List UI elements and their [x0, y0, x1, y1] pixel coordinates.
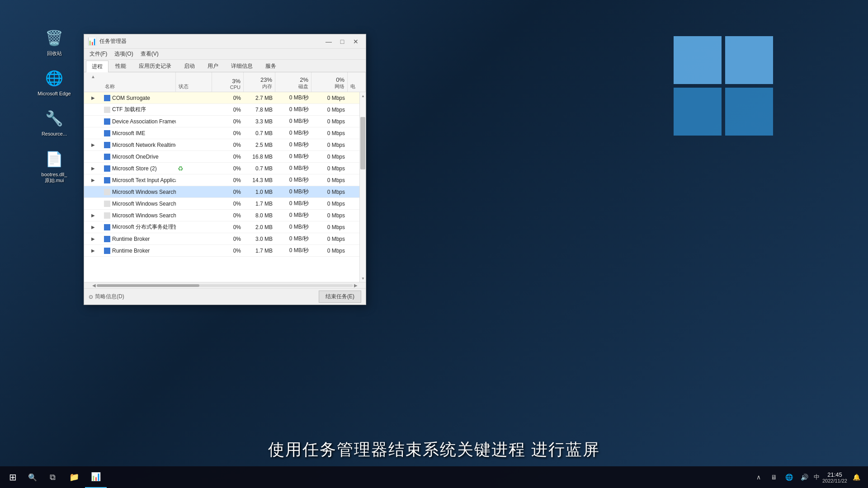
table-row[interactable]: ▶ Runtime Broker 0% 3.0 MB 0 MB/秒 0 Mbps	[84, 233, 366, 245]
close-button[interactable]: ✕	[349, 37, 362, 47]
tab-app-history[interactable]: 应用历史记录	[133, 60, 177, 72]
scroll-thumb[interactable]	[360, 117, 365, 169]
process-name: Microsoft Store (2)	[102, 165, 176, 172]
subtitle: 使用任务管理器结束系统关键进程 进行蓝屏	[0, 439, 868, 461]
menu-view[interactable]: 查看(V)	[137, 49, 162, 59]
table-row[interactable]: ▶ Microsoft 分布式事务处理协调... 0% 2.0 MB 0 MB/…	[84, 221, 366, 233]
expand-arrow[interactable]: ▶	[84, 178, 102, 183]
process-icon	[104, 201, 110, 207]
process-name: Runtime Broker	[102, 236, 176, 242]
end-task-button[interactable]: 结束任务(E)	[319, 291, 361, 303]
process-name: Microsoft Windows Search F...	[102, 189, 176, 195]
table-row[interactable]: ▶ Runtime Broker 0% 1.7 MB 0 MB/秒 0 Mbps	[84, 245, 366, 257]
tab-services[interactable]: 服务	[259, 60, 282, 72]
process-name: COM Surrogate	[102, 95, 176, 101]
expand-arrow[interactable]: ▶	[84, 236, 102, 241]
table-row[interactable]: Device Association Framewo... 0% 3.3 MB …	[84, 116, 366, 127]
process-memory: 1.0 MB	[244, 189, 275, 195]
table-row[interactable]: ▶ Microsoft Windows Search ... 0% 8.0 MB…	[84, 210, 366, 221]
tab-details[interactable]: 详细信息	[225, 60, 259, 72]
process-disk: 0 MB/秒	[275, 223, 311, 231]
maximize-button[interactable]: □	[336, 37, 349, 47]
desktop-icon-edge[interactable]: 🌐 Microsoft Edge	[36, 67, 72, 97]
process-network: 0 Mbps	[311, 95, 348, 101]
tab-performance[interactable]: 性能	[109, 60, 132, 72]
expand-arrow[interactable]: ▶	[84, 95, 102, 100]
search-button[interactable]: 🔍	[24, 466, 42, 488]
desktop-icon-resource-hacker[interactable]: 🔧 Resource...	[36, 108, 72, 137]
tray-clock[interactable]: 21:45 2022/11/22	[822, 471, 847, 483]
tab-users[interactable]: 用户	[202, 60, 224, 72]
table-row[interactable]: ▶ Microsoft Store (2) ♻ 0% 0.7 MB 0 MB/秒…	[84, 163, 366, 174]
table-row[interactable]: CTF 加载程序 0% 7.8 MB 0 MB/秒 0 Mbps	[84, 104, 366, 116]
menu-file[interactable]: 文件(F)	[86, 49, 111, 59]
h-scroll-track[interactable]	[97, 284, 353, 287]
col-network[interactable]: 0% 网络	[311, 72, 348, 92]
window-titlebar: 📊 任务管理器 — □ ✕	[84, 34, 366, 49]
process-cpu: 0%	[212, 142, 244, 148]
horizontal-scrollbar[interactable]: ◀ ▶	[84, 282, 366, 288]
process-name: Device Association Framewo...	[102, 118, 176, 125]
taskmanager-window: 📊 任务管理器 — □ ✕ 文件(F) 选项(O) 查看(V) 进程 性能 应用…	[84, 34, 366, 305]
scroll-down-arrow[interactable]: ▼	[360, 275, 366, 282]
table-row[interactable]: ▶ Microsoft Text Input Applica... 0% 14.…	[84, 174, 366, 186]
col-disk[interactable]: 2% 磁盘	[275, 72, 311, 92]
recycle-bin-icon: 🗑️	[43, 27, 65, 49]
table-row[interactable]: Microsoft Windows Search F... 0% 1.0 MB …	[84, 186, 366, 198]
tray-expand-icon[interactable]: ∧	[752, 471, 765, 483]
h-scroll-right-arrow[interactable]: ▶	[353, 283, 359, 288]
scroll-up-arrow[interactable]: ▲	[360, 92, 366, 99]
process-cpu: 0%	[212, 177, 244, 183]
table-row[interactable]: Microsoft OneDrive 0% 16.8 MB 0 MB/秒 0 M…	[84, 151, 366, 163]
expand-arrow[interactable]: ▶	[84, 225, 102, 230]
col-memory[interactable]: 23% 内存	[244, 72, 275, 92]
tray-desktop-icon[interactable]: 🖥	[768, 471, 780, 483]
process-cpu: 0%	[212, 118, 244, 125]
scroll-track[interactable]	[360, 99, 366, 275]
table-row[interactable]: Microsoft IME 0% 0.7 MB 0 MB/秒 0 Mbps	[84, 127, 366, 139]
expand-arrow[interactable]: ▶	[84, 142, 102, 147]
col-name[interactable]: 名称	[102, 72, 176, 92]
menu-options[interactable]: 选项(O)	[111, 49, 137, 59]
process-icon	[104, 189, 110, 195]
col-status[interactable]: 状态	[176, 72, 212, 92]
table-row[interactable]: Microsoft Windows Search P... 0% 1.7 MB …	[84, 198, 366, 210]
process-memory: 7.8 MB	[244, 107, 275, 113]
file-explorer-button[interactable]: 📁	[63, 466, 85, 488]
expand-arrow[interactable]: ▶	[84, 248, 102, 253]
process-network: 0 Mbps	[311, 248, 348, 254]
vertical-scrollbar[interactable]: ▲ ▼	[359, 92, 366, 282]
tray-language[interactable]: 中	[814, 473, 820, 481]
taskmanager-taskbar-button[interactable]: 📊	[85, 466, 107, 488]
resource-hacker-label: Resource...	[42, 131, 67, 137]
process-network: 0 Mbps	[311, 177, 348, 183]
start-button[interactable]: ⊞	[2, 466, 24, 488]
table-row[interactable]: ▶ COM Surrogate 0% 2.7 MB 0 MB/秒 0 Mbps	[84, 92, 366, 104]
tray-notification-icon[interactable]: 🔔	[850, 471, 863, 483]
h-scroll-left-arrow[interactable]: ◀	[91, 283, 97, 288]
taskbar-tray: ∧ 🖥 🌐 🔊 中 21:45 2022/11/22 🔔	[749, 471, 866, 483]
edge-label: Microsoft Edge	[38, 91, 71, 97]
taskbar: ⊞ 🔍 ⧉ 📁 📊 ∧ 🖥 🌐 🔊 中 21:45 2022/11/22 🔔	[0, 466, 868, 488]
tray-network-icon[interactable]: 🌐	[783, 471, 796, 483]
process-disk: 0 MB/秒	[275, 117, 311, 125]
col-cpu[interactable]: 3% CPU	[212, 72, 244, 92]
tab-processes[interactable]: 进程	[86, 61, 108, 72]
h-scroll-thumb[interactable]	[97, 284, 199, 287]
minimize-button[interactable]: —	[322, 37, 335, 47]
desktop-icons: 🗑️ 回收站 🌐 Microsoft Edge 🔧 Resource... 📄 …	[36, 27, 72, 183]
process-disk: 0 MB/秒	[275, 153, 311, 160]
expand-arrow[interactable]: ▶	[84, 213, 102, 218]
brief-info-button[interactable]: ⊙ 简略信息(D)	[89, 293, 124, 300]
desktop-icon-bootres[interactable]: 📄 bootres.dll_原始.mui	[36, 148, 72, 183]
task-view-button[interactable]: ⧉	[42, 466, 63, 488]
desktop-icon-recycle-bin[interactable]: 🗑️ 回收站	[36, 27, 72, 56]
col-power[interactable]: 电	[348, 72, 366, 92]
tray-sound-icon[interactable]: 🔊	[798, 471, 811, 483]
process-cpu: 0%	[212, 201, 244, 207]
process-icon	[104, 118, 110, 125]
table-row[interactable]: ▶ Microsoft Network Realtime ... 0% 2.5 …	[84, 139, 366, 151]
brief-info-arrow-icon: ⊙	[89, 294, 93, 300]
expand-arrow[interactable]: ▶	[84, 166, 102, 171]
tab-startup[interactable]: 启动	[178, 60, 201, 72]
